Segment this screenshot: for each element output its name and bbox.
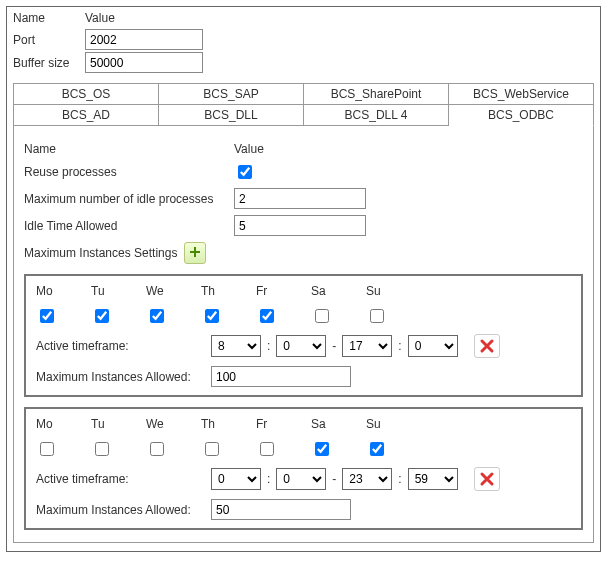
day-checkbox-mo[interactable] [40,442,54,456]
day-label: Mo [36,417,91,431]
delete-slot-button[interactable] [474,334,500,358]
day-label: Sa [311,417,366,431]
idle-time-label: Idle Time Allowed [24,219,234,233]
time-dash: - [332,472,336,486]
tab-bcs-ad[interactable]: BCS_AD [13,104,159,126]
config-panel: Name Value Port Buffer size BCS_OSBCS_SA… [6,6,601,552]
tabs: BCS_OSBCS_SAPBCS_SharePointBCS_WebServic… [13,83,594,543]
tab-bcs-sharepoint[interactable]: BCS_SharePoint [304,83,449,104]
day-checkbox-fr[interactable] [260,442,274,456]
day-label: Tu [91,417,146,431]
max-instances-input[interactable] [211,366,351,387]
day-checkbox-su[interactable] [370,309,384,323]
time-colon: : [398,472,401,486]
max-instances-allowed-label: Maximum Instances Allowed: [36,370,211,384]
header-value-label: Value [85,11,115,25]
header-labels: Name Value [13,11,594,25]
timeframe-slot: MoTuWeThFrSaSuActive timeframe:0:0-23:59… [24,407,583,530]
day-label: Su [366,417,421,431]
day-checkbox-we[interactable] [150,309,164,323]
to-minute-select[interactable]: 0 [408,335,458,357]
day-checkbox-tu[interactable] [95,309,109,323]
day-checkbox-tu[interactable] [95,442,109,456]
to-minute-select[interactable]: 59 [408,468,458,490]
active-timeframe-label: Active timeframe: [36,339,211,353]
add-slot-button[interactable] [184,242,206,264]
tab-bcs-odbc[interactable]: BCS_ODBC [449,104,594,126]
idle-time-input[interactable] [234,215,366,236]
to-hour-select[interactable]: 23 [342,468,392,490]
day-label: Fr [256,284,311,298]
day-label: Tu [91,284,146,298]
day-label: Mo [36,284,91,298]
tab-bcs-sap[interactable]: BCS_SAP [159,83,304,104]
from-minute-select[interactable]: 0 [276,335,326,357]
from-hour-select[interactable]: 0 [211,468,261,490]
tab-bcs-dll[interactable]: BCS_DLL [159,104,304,126]
max-idle-label: Maximum number of idle processes [24,192,234,206]
port-input[interactable] [85,29,203,50]
day-label: Th [201,284,256,298]
close-icon [479,338,495,354]
day-checkbox-th[interactable] [205,442,219,456]
plus-icon [189,245,201,261]
close-icon [479,471,495,487]
day-label: Fr [256,417,311,431]
from-hour-select[interactable]: 8 [211,335,261,357]
tab-panel-odbc: Name Value Reuse processes Maximum numbe… [13,126,594,543]
active-timeframe-label: Active timeframe: [36,472,211,486]
buffer-size-label: Buffer size [13,56,85,70]
day-label: Sa [311,284,366,298]
day-checkbox-th[interactable] [205,309,219,323]
time-colon: : [267,339,270,353]
time-colon: : [398,339,401,353]
reuse-processes-label: Reuse processes [24,165,234,179]
max-instances-allowed-label: Maximum Instances Allowed: [36,503,211,517]
day-label: We [146,284,201,298]
tab-bcs-webservice[interactable]: BCS_WebService [449,83,594,104]
day-checkbox-mo[interactable] [40,309,54,323]
day-checkbox-sa[interactable] [315,309,329,323]
from-minute-select[interactable]: 0 [276,468,326,490]
day-label: Su [366,284,421,298]
day-checkbox-we[interactable] [150,442,164,456]
panel-value-label: Value [234,142,264,156]
to-hour-select[interactable]: 17 [342,335,392,357]
port-label: Port [13,33,85,47]
day-label: We [146,417,201,431]
reuse-processes-checkbox[interactable] [238,165,252,179]
delete-slot-button[interactable] [474,467,500,491]
day-label: Th [201,417,256,431]
day-checkbox-su[interactable] [370,442,384,456]
time-dash: - [332,339,336,353]
timeframe-slot: MoTuWeThFrSaSuActive timeframe:8:0-17:0M… [24,274,583,397]
day-checkbox-sa[interactable] [315,442,329,456]
max-instances-input[interactable] [211,499,351,520]
tab-bcs-dll-4[interactable]: BCS_DLL 4 [304,104,449,126]
day-checkbox-fr[interactable] [260,309,274,323]
max-idle-input[interactable] [234,188,366,209]
panel-name-label: Name [24,142,234,156]
header-name-label: Name [13,11,85,25]
time-colon: : [267,472,270,486]
tab-bcs-os[interactable]: BCS_OS [13,83,159,104]
max-instances-settings-label: Maximum Instances Settings [24,246,184,260]
buffer-size-input[interactable] [85,52,203,73]
